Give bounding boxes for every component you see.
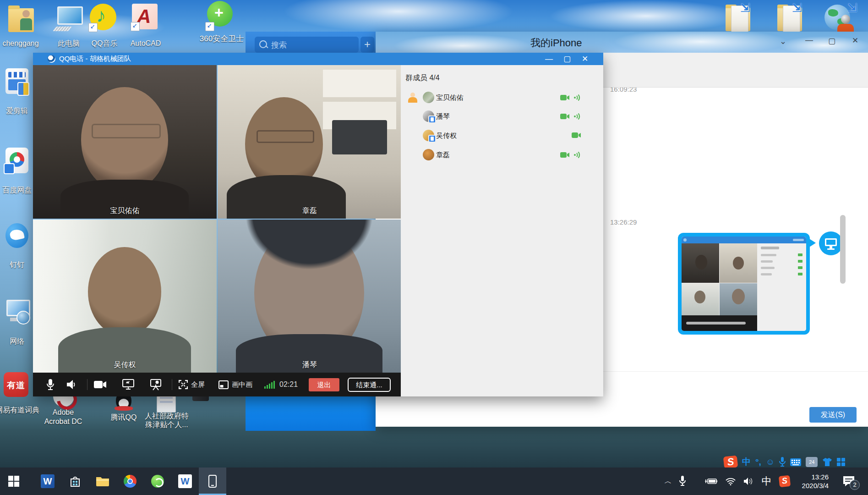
desktop-icon-archive[interactable]: ⇲ <box>725 3 754 34</box>
icon-label: 网易有道词典 <box>0 406 41 414</box>
tray-ime-indicator[interactable]: 中 <box>762 474 772 488</box>
speaker-button[interactable] <box>66 379 77 390</box>
tray-clock[interactable]: 13:26 2020/3/4 <box>802 473 829 490</box>
screen-share-button[interactable] <box>122 379 134 390</box>
soft-keyboard-icon[interactable] <box>790 458 801 466</box>
emoji-icon[interactable]: ☺ <box>766 457 775 467</box>
send-button[interactable]: 发送(S) <box>809 407 857 423</box>
toolbar-divider <box>172 379 172 390</box>
maximize-button[interactable]: ▢ <box>828 37 835 45</box>
member-name: 潘琴 <box>436 112 450 121</box>
tray-volume-icon[interactable] <box>743 477 754 485</box>
timestamp: 13:26:29 <box>610 218 637 226</box>
action-center-icon[interactable]: 2 <box>842 475 855 487</box>
video-participant-name: 吴传权 <box>33 360 217 370</box>
desktop-icon-baidu-pan[interactable]: 百度网盘 <box>0 146 34 201</box>
taskbar-app-wps[interactable]: W <box>171 468 199 495</box>
bubble-tail <box>809 239 816 247</box>
taskbar: W W ︿ 中 S 13:26 2020/3/4 2 <box>0 468 868 495</box>
maximize-button[interactable]: ▢ <box>563 55 571 63</box>
audio-on-icon <box>573 151 581 159</box>
tray-sogou-icon[interactable]: S <box>778 475 790 487</box>
chevron-down-icon[interactable]: ⌄ <box>780 37 786 45</box>
youdao-icon: 有道 <box>4 372 28 397</box>
desktop-icon-dingtalk[interactable]: 钉钉 <box>0 221 34 276</box>
desktop-icon-chenggang[interactable]: chenggang <box>0 2 41 48</box>
device-avatar[interactable] <box>819 231 843 255</box>
call-titlebar[interactable]: QQ电话 - 胡格机械团队 — ▢ ✕ <box>33 53 603 65</box>
desktop-icon-autocad[interactable]: A AutoCAD <box>125 2 166 48</box>
video-tile[interactable]: 潘琴 <box>218 220 402 373</box>
microphone-button[interactable] <box>46 379 55 390</box>
tray-chevron-up-icon[interactable]: ︿ <box>665 477 672 486</box>
taskbar-app-explorer[interactable] <box>89 468 116 495</box>
chat-scrollbar[interactable] <box>840 215 846 284</box>
search-icon <box>259 40 267 48</box>
dingtalk-icon <box>5 223 28 248</box>
close-button[interactable]: ✕ <box>852 37 858 44</box>
member-row[interactable]: 章磊 <box>401 148 603 163</box>
chat-image-bubble[interactable] <box>678 233 810 335</box>
call-duration: 02:21 <box>279 380 298 389</box>
taskbar-app-phone-active[interactable] <box>199 468 226 495</box>
shortcut-arrow-badge <box>205 22 214 31</box>
desktop-icon-360[interactable]: + 360安全卫士 <box>199 0 245 48</box>
video-tile[interactable]: 章磊 <box>218 65 402 219</box>
network-icon <box>6 300 28 324</box>
video-tile[interactable]: 宝贝佑佑 <box>33 65 217 219</box>
exit-button[interactable]: 退出 <box>309 378 339 391</box>
fullscreen-button[interactable]: 全屏 <box>179 380 205 389</box>
taskbar-app-store[interactable] <box>61 468 89 495</box>
desktop-icon-tencent-qq[interactable]: 腾讯QQ <box>104 390 143 432</box>
video-tile[interactable]: 吴传权 <box>33 220 217 373</box>
night-mode-icon[interactable]: 24 <box>806 457 818 467</box>
system-tray: ︿ 中 S 13:26 2020/3/4 2 <box>665 468 868 495</box>
taskbar-app-360-browser[interactable] <box>144 468 171 495</box>
desktop-icon-aijianji[interactable]: 爱剪辑 <box>0 66 34 121</box>
person-badge <box>841 15 850 24</box>
baidu-pan-icon <box>5 148 28 173</box>
compress-arrows-badge: ⇲ <box>740 1 750 15</box>
skin-icon[interactable] <box>822 457 832 467</box>
pip-button[interactable]: 画中画 <box>218 380 252 389</box>
member-avatar <box>423 130 434 141</box>
toolbox-icon[interactable] <box>837 458 845 466</box>
voice-input-icon[interactable] <box>779 457 786 467</box>
minimize-button[interactable]: — <box>545 55 553 63</box>
desktop-icon-archive[interactable]: ⇲ <box>776 3 806 34</box>
ime-mode-toggle[interactable]: 中 <box>742 456 751 468</box>
call-toolbar: 全屏 画中画 02:21 退出 结束通... <box>33 373 401 396</box>
end-call-button[interactable]: 结束通... <box>348 378 391 392</box>
member-row[interactable]: 潘琴 <box>401 109 603 125</box>
desktop-icon-qq-music[interactable]: ♪ QQ音乐 <box>84 2 125 48</box>
chat-title: 我的iPhone <box>530 36 582 50</box>
host-icon <box>408 93 418 103</box>
mobile-device-badge <box>428 116 436 123</box>
desktop-icon-internet-user[interactable]: ⇲ <box>824 4 860 36</box>
whiteboard-button[interactable] <box>150 379 162 390</box>
desktop-icon-network[interactable]: 网络 <box>0 297 34 352</box>
tray-wifi-icon[interactable] <box>725 477 736 485</box>
search-input[interactable]: 搜索 <box>255 37 359 53</box>
minimize-button[interactable]: — <box>805 36 813 44</box>
sogou-logo-icon[interactable]: S <box>723 456 738 469</box>
tray-battery-icon[interactable] <box>704 478 718 485</box>
start-button[interactable] <box>0 468 27 495</box>
shortcut-arrow-badge <box>131 22 140 31</box>
desktop-icon-youdao[interactable]: 有道 网易有道词典 <box>0 362 37 419</box>
cloud-decoration <box>284 0 513 32</box>
tray-microphone-icon[interactable] <box>679 476 686 487</box>
member-row[interactable]: 宝贝佑佑 <box>401 90 603 106</box>
icon-label: 网络 <box>0 337 37 345</box>
punctuation-toggle[interactable]: °, <box>755 457 761 467</box>
add-button[interactable]: + <box>360 37 374 53</box>
signal-strength-icon <box>264 381 275 389</box>
member-row[interactable]: 吴传权 <box>401 128 603 144</box>
compress-arrows-badge: ⇲ <box>792 1 802 15</box>
close-button[interactable]: ✕ <box>582 55 588 63</box>
compress-arrows-badge: ⇲ <box>847 1 857 15</box>
taskbar-app-word[interactable]: W <box>34 468 61 495</box>
pip-label: 画中画 <box>232 380 252 389</box>
camera-button[interactable] <box>94 380 107 389</box>
taskbar-app-chrome[interactable] <box>116 468 144 495</box>
